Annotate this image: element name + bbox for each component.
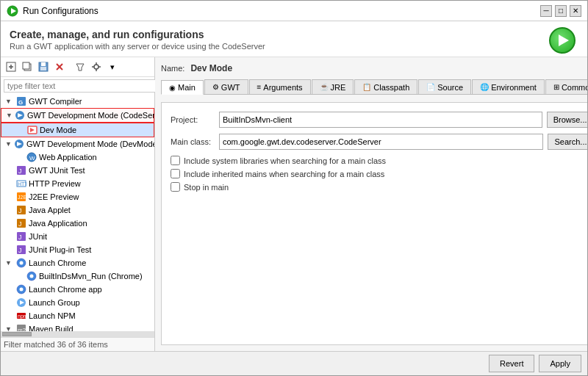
checkbox-row-include-inherited: Include inherited mains when searching f… [171,169,587,178]
project-row: Project: Browse... [171,112,587,128]
tree-icon-gwt-junit-test: J [16,165,26,176]
tree-item-java-applet[interactable]: JJava Applet [1,203,154,217]
tree-item-junit[interactable]: JJUnit [1,230,154,243]
title-bar: Run Configurations ─ □ ✕ [1,1,587,21]
tab-gwt[interactable]: ⚙GWT [204,79,248,94]
new-config-button[interactable] [4,59,18,74]
checkbox-row-stop-in-main: Stop in main [171,182,587,192]
tree-item-launch-chrome[interactable]: ▼Launch Chrome [1,256,154,270]
tree-label-launch-group: Launch Group [29,298,80,307]
tree-item-launch-group[interactable]: Launch Group [1,296,154,309]
tree-label-gwt-dev-mode-devmode: GWT Development Mode (DevMode [26,140,154,148]
tab-main[interactable]: ◉Main [161,80,204,95]
duplicate-icon [22,62,32,72]
tree-expand-gwt-compiler[interactable]: ▼ [5,98,14,105]
tree-label-gwt-dev-mode-codeserv: GWT Development Mode (CodeServ [27,111,154,120]
project-browse-button[interactable]: Browse... [547,112,587,128]
tab-arguments[interactable]: ≡Arguments [249,79,311,94]
tree-expand-gwt-dev-mode-devmode[interactable]: ▼ [5,140,12,148]
save-button[interactable] [36,59,51,74]
tree-item-http-preview[interactable]: HTTPHTTP Preview [1,177,154,190]
tree-item-gwt-junit-test[interactable]: JGWT JUnit Test [1,164,154,177]
filter-button[interactable] [73,59,87,74]
left-panel: ▾ ▼GGWT Compiler▼GWT Development Mode (C… [1,57,155,351]
tab-icon-common: ⊞ [553,83,559,91]
apply-button[interactable]: Apply [539,355,581,372]
dropdown-button[interactable]: ▾ [105,59,120,74]
tree-label-http-preview: HTTP Preview [29,179,81,188]
tab-label-gwt: GWT [221,83,240,92]
tree-expand-launch-chrome[interactable]: ▼ [5,259,14,267]
minimize-button[interactable]: ─ [540,5,552,17]
tree-item-launch-npm[interactable]: npmLaunch NPM [1,309,154,322]
save-icon [38,62,49,72]
tree-label-builtindsmvn-run: BuiltInDsMvn_Run (Chrome) [39,272,143,281]
filter-icon [75,62,85,72]
tree-icon-j2ee-preview: J2E [16,192,26,202]
tree-label-gwt-compiler: GWT Compiler [29,97,82,106]
main-class-search-button[interactable]: Search... [548,134,587,150]
maximize-button[interactable]: □ [555,5,567,17]
tree-icon-launch-chrome-app [16,284,26,294]
page-subtitle: Run a GWT application with any server or… [10,42,578,51]
tree-icon-launch-chrome [16,258,26,268]
revert-button[interactable]: Revert [489,355,534,372]
tree-icon-web-application: W [26,152,37,162]
tree-item-gwt-dev-mode-codeserv[interactable]: ▼GWT Development Mode (CodeServ [1,108,154,123]
tree-item-gwt-dev-mode-devmode[interactable]: ▼GWT Development Mode (DevMode [1,137,154,151]
close-button[interactable]: ✕ [570,5,581,17]
tab-icon-classpath: 📋 [362,83,371,91]
tree-label-junit: JUnit [29,232,47,241]
tabs-bar: ◉Main⚙GWT≡Arguments☕JRE📋Classpath📄Source… [161,79,587,95]
tree-expand-maven-build[interactable]: ▼ [5,325,14,331]
tab-environment[interactable]: 🌐Environment [472,79,545,94]
tree-item-j2ee-preview[interactable]: J2EJ2EE Preview [1,190,154,203]
filter-status: Filter matched 36 of 36 items [1,337,154,351]
tab-classpath[interactable]: 📋Classpath [354,79,417,94]
filter-input[interactable] [4,79,157,93]
tab-label-main: Main [178,83,196,92]
checkbox-stop-in-main[interactable] [171,182,180,192]
checkbox-label-include-system: Include system libraries when searching … [184,156,386,165]
tree-item-java-application[interactable]: JJava Application [1,217,154,230]
tree-expand-gwt-dev-mode-codeserv[interactable]: ▼ [6,112,12,119]
tree-label-web-application: Web Application [39,153,97,162]
tab-common[interactable]: ⊞Common [545,79,587,94]
tree-icon-gwt-dev-mode-codeserv [15,110,25,120]
checkbox-include-inherited[interactable] [171,169,180,178]
tab-label-source: Source [437,83,463,92]
main-class-input[interactable] [219,134,543,150]
checkboxes-area: Include system libraries when searching … [171,156,587,192]
delete-button[interactable] [52,59,67,74]
tab-jre[interactable]: ☕JRE [312,79,354,94]
tree-icon-builtindsmvn-run [26,271,37,281]
tree-label-launch-npm: Launch NPM [29,311,76,320]
tree-item-dev-mode[interactable]: Dev Mode [1,123,154,137]
tree-item-maven-build[interactable]: ▼m2Maven Build [1,322,154,331]
tree-item-launch-chrome-app[interactable]: Launch Chrome app [1,283,154,296]
svg-text:J: J [18,247,22,254]
run-icon [559,35,569,46]
tree-item-junit-plugin[interactable]: JJUnit Plug-in Test [1,243,154,256]
scrollbar-thumb[interactable] [2,332,32,336]
tab-source[interactable]: 📄Source [418,79,471,94]
tree-item-builtindsmvn-run[interactable]: BuiltInDsMvn_Run (Chrome) [1,270,154,283]
horizontal-scrollbar[interactable] [1,331,154,337]
tree-icon-junit-plugin: J [16,245,26,255]
title-bar-controls: ─ □ ✕ [540,5,581,17]
tree-icon-java-applet: J [16,205,26,215]
tree-icon-maven-build: m2 [16,324,26,331]
checkbox-include-system[interactable] [171,156,180,165]
tab-icon-main: ◉ [169,84,176,92]
duplicate-button[interactable] [20,59,35,74]
run-button[interactable] [549,27,576,54]
tab-icon-jre: ☕ [320,83,329,91]
checkbox-label-include-inherited: Include inherited mains when searching f… [184,170,384,178]
tree-item-gwt-compiler[interactable]: ▼GGWT Compiler [1,95,154,108]
svg-rect-9 [40,67,46,70]
tab-label-classpath: Classpath [373,83,409,92]
tab-icon-source: 📄 [426,83,435,91]
configure-button[interactable] [89,59,104,74]
project-input[interactable] [219,112,542,128]
tree-item-web-application[interactable]: WWeb Application [1,151,154,164]
